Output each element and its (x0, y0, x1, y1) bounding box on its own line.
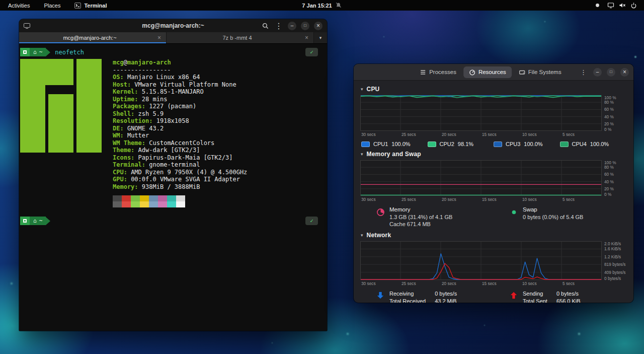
terminal-content[interactable]: ⌂ ~ neofetch ✓ mcg@manjaro-arch --------… (19, 44, 327, 331)
info-line: Resolution: 1918x1058 (113, 117, 247, 125)
display-icon (607, 2, 614, 9)
close-icon: × (623, 69, 626, 75)
status-indicator-icon[interactable] (595, 3, 600, 8)
cpu2-swatch (428, 141, 436, 147)
terminal-titlebar[interactable]: mcg@manjaro-arch:~ ⋮ – □ × (19, 19, 327, 32)
info-line: GPU: 00:0f.0 VMware SVGA II Adapter (113, 176, 247, 183)
collapse-arrow-icon[interactable]: ▾ (361, 87, 363, 92)
svg-text:5 secs: 5 secs (562, 197, 575, 202)
minimize-button[interactable]: – (593, 68, 602, 77)
svg-text:2.0 KiB/s: 2.0 KiB/s (604, 241, 621, 246)
collapse-arrow-icon[interactable]: ▾ (361, 152, 363, 157)
svg-text:20 secs: 20 secs (442, 132, 456, 137)
prompt-distro-segment (20, 48, 30, 56)
info-line: WM Theme: CustomAccentColors (113, 139, 247, 147)
tab-close-icon[interactable]: × (156, 34, 162, 41)
cpu-chart: 30 secs25 secs20 secs15 secs10 secs5 sec… (360, 95, 627, 137)
info-line: Icons: Papirus-Dark-Maia [GTK2/3] (113, 154, 247, 162)
system-monitor-headerbar[interactable]: Processes Resources File Systems ⋮ – □ (354, 64, 633, 81)
powerline-arrow (46, 217, 50, 225)
cpu4-legend-item: CPU4 100.0% (560, 141, 626, 147)
svg-text:20 secs: 20 secs (442, 197, 456, 202)
gnome-top-bar: Activities Places Terminal 7 Jan 15:21 (0, 0, 644, 11)
neofetch-output: mcg@manjaro-arch ---------------- OS: Ma… (20, 59, 320, 207)
check-icon: ✓ (310, 49, 313, 55)
view-switcher: Processes Resources File Systems (414, 66, 567, 78)
close-button[interactable]: × (620, 68, 629, 77)
neofetch-host: manjaro-arch (127, 59, 171, 66)
upload-arrow-icon (510, 291, 518, 300)
maximize-button[interactable]: □ (607, 68, 615, 77)
clock-button[interactable]: 7 Jan 15:21 (302, 2, 342, 9)
svg-text:0 bytes/s: 0 bytes/s (604, 276, 621, 281)
tab-processes[interactable]: Processes (414, 66, 462, 78)
swap-legend-title: Swap (523, 206, 583, 213)
tab-resources[interactable]: Resources (463, 66, 512, 78)
info-line: Host: VMware Virtual Platform None (113, 81, 247, 89)
cpu3-swatch (494, 141, 502, 147)
color-palette (113, 195, 247, 207)
search-button[interactable] (261, 21, 270, 30)
svg-text:15 secs: 15 secs (482, 281, 497, 286)
terminal-glyph-icon (23, 219, 27, 223)
info-line: Theme: Adw-dark [GTK2/3] (113, 147, 247, 154)
svg-text:25 secs: 25 secs (401, 281, 416, 286)
places-label: Places (44, 3, 60, 9)
collapse-arrow-icon[interactable]: ▾ (361, 233, 363, 238)
clock-label: 7 Jan 15:21 (302, 3, 332, 9)
svg-text:15 secs: 15 secs (482, 197, 497, 202)
menu-button[interactable]: ⋮ (579, 68, 588, 76)
terminal-window: mcg@manjaro-arch:~ ⋮ – □ × mcg@manjaro-a… (19, 19, 327, 331)
receiving-legend-item: Receiving 0 bytes/s Total Received 43.2 … (360, 291, 494, 303)
svg-text:80 %: 80 % (604, 165, 614, 170)
menu-button[interactable]: ⋮ (274, 21, 283, 30)
terminal-tab-1[interactable]: mcg@manjaro-arch:~ × (19, 32, 167, 43)
info-line: Kernel: 5.15.85-1-MANJARO (113, 88, 247, 96)
check-icon: ✓ (310, 218, 313, 224)
svg-text:0 %: 0 % (604, 127, 612, 132)
memory-section-header: ▾ Memory and Swap (360, 151, 627, 158)
file-systems-icon (519, 69, 525, 76)
close-button[interactable]: × (314, 22, 323, 30)
terminal-app-icon (74, 3, 81, 9)
system-menu[interactable] (605, 1, 639, 10)
tab-file-systems[interactable]: File Systems (513, 66, 567, 78)
minimize-button[interactable]: – (288, 22, 296, 30)
svg-text:20 %: 20 % (604, 186, 614, 191)
receiving-value: 0 bytes/s (435, 291, 457, 297)
svg-text:40 %: 40 % (604, 114, 614, 119)
tab-close-icon[interactable]: × (304, 34, 309, 41)
places-menu[interactable]: Places (42, 2, 62, 10)
network-chart: 30 secs25 secs20 secs15 secs10 secs5 sec… (360, 241, 627, 287)
tab-label: File Systems (528, 69, 561, 75)
info-line: Uptime: 28 mins (113, 96, 247, 103)
focused-app-menu[interactable]: Terminal (72, 2, 109, 10)
maximize-icon: □ (610, 70, 612, 74)
svg-text:40 %: 40 % (604, 179, 614, 184)
svg-text:25 secs: 25 secs (401, 197, 416, 202)
network-section-title: Network (367, 232, 391, 239)
prompt-line-2: ⌂ ~ ✓ (20, 217, 320, 225)
svg-text:5 secs: 5 secs (562, 281, 575, 286)
terminal-tab-2[interactable]: 7z b -mmt 4 × (167, 32, 314, 43)
cpu3-legend-item: CPU3 100.0% (494, 141, 560, 147)
chevron-down-icon: ▾ (319, 35, 322, 40)
exit-status-chip: ✓ (305, 217, 318, 225)
svg-text:1.2 KiB/s: 1.2 KiB/s (604, 254, 621, 259)
tab-list-dropdown[interactable]: ▾ (314, 32, 327, 43)
terminal-window-icon (24, 23, 30, 29)
svg-text:10 secs: 10 secs (522, 197, 537, 202)
system-monitor-window: Processes Resources File Systems ⋮ – □ (354, 64, 633, 303)
cpu4-swatch (560, 141, 569, 147)
home-icon: ⌂ (33, 218, 37, 224)
activities-label: Activities (8, 3, 30, 9)
resources-view: ▾ CPU 30 secs25 secs20 secs15 secs10 sec… (354, 81, 633, 303)
swap-usage-text: 0 bytes (0.0%) of 5.4 GB (523, 214, 583, 220)
receiving-label: Receiving (389, 291, 426, 297)
svg-text:15 secs: 15 secs (482, 132, 497, 137)
activities-button[interactable]: Activities (6, 2, 32, 10)
maximize-button[interactable]: □ (301, 22, 309, 30)
cpu1-swatch (361, 141, 370, 147)
notifications-muted-icon (336, 2, 342, 9)
svg-text:5 secs: 5 secs (562, 132, 575, 137)
